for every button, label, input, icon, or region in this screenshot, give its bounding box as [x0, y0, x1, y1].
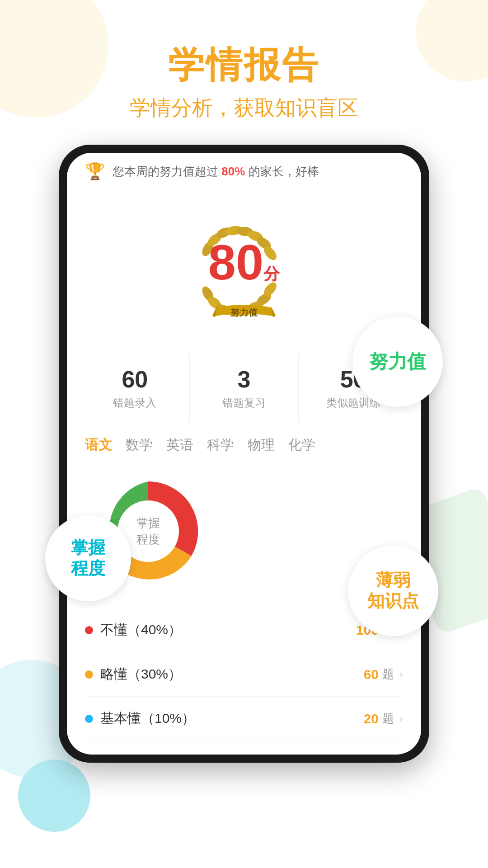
legend-unit-luedong: 题	[382, 666, 394, 682]
donut-center-text: 掌握程度	[136, 515, 160, 548]
subject-tab-shuxue[interactable]: 数学	[126, 436, 153, 454]
float-badge-nuli-text: 努力值	[369, 350, 426, 373]
stat-item-cuoti-ruru: 60 错题录入	[80, 353, 190, 423]
trophy-icon: 🏆	[85, 162, 105, 181]
wreath-container: 努力值 80分	[172, 199, 316, 335]
score-display: 80分	[208, 237, 280, 287]
subject-tab-yuwen[interactable]: 语文	[85, 436, 112, 454]
subject-tab-kexue[interactable]: 科学	[207, 436, 234, 454]
subject-tab-wuli[interactable]: 物理	[248, 436, 275, 454]
legend-item-jibendon[interactable]: 基本懂（10%） 20 题 ›	[85, 697, 403, 741]
score-unit: 分	[263, 264, 280, 283]
page-subtitle: 学情分析，获取知识盲区	[0, 94, 488, 122]
legend-dot-jibendong	[85, 715, 93, 723]
legend-right-luedong: 60 题 ›	[364, 666, 403, 682]
legend-item-luedong[interactable]: 略懂（30%） 60 题 ›	[85, 652, 403, 697]
legend-left-jibendong: 基本懂（10%）	[85, 709, 195, 728]
bg-decoration-bottom-left2	[18, 760, 90, 832]
stat-number-1: 3	[194, 366, 294, 393]
notification-bar: 🏆 您本周的努力值超过 80% 的家长，好棒	[67, 153, 421, 185]
float-badge-nuli: 努力值	[352, 316, 443, 407]
legend-dot-budong	[85, 626, 93, 634]
notification-highlight: 80%	[221, 165, 245, 178]
subject-tab-huaxue[interactable]: 化学	[288, 436, 315, 454]
score-number: 80	[208, 234, 263, 290]
legend-arrow-jibendong: ›	[399, 712, 403, 725]
phone-frame: 🏆 您本周的努力值超过 80% 的家长，好棒	[59, 145, 429, 763]
legend-right-jibendong: 20 题 ›	[364, 711, 403, 726]
float-badge-zhangwo-text: 掌握程度	[71, 538, 105, 579]
float-badge-ruodian: 薄弱知识点	[348, 546, 438, 636]
stat-item-cuoti-fuxi: 3 错题复习	[190, 353, 299, 423]
phone-screen: 🏆 您本周的努力值超过 80% 的家长，好棒	[67, 153, 421, 755]
legend-arrow-luedong: ›	[399, 668, 403, 681]
subject-tab-yingyu[interactable]: 英语	[166, 436, 193, 454]
stat-label-1: 错题复习	[194, 396, 294, 410]
legend-text-budong: 不懂（40%）	[100, 621, 182, 639]
legend-count-luedong: 60	[364, 667, 379, 682]
legend-text-jibendong: 基本懂（10%）	[100, 709, 195, 728]
stat-number-0: 60	[85, 366, 185, 393]
page-title: 学情报告	[0, 45, 488, 85]
notification-text: 您本周的努力值超过 80% 的家长，好棒	[113, 164, 319, 179]
legend-dot-luedong	[85, 670, 93, 679]
legend-unit-jibendong: 题	[382, 711, 394, 726]
subject-tabs: 语文 数学 英语 科学 物理 化学	[67, 423, 421, 459]
legend-text-luedong: 略懂（30%）	[100, 665, 182, 684]
legend-left-budong: 不懂（40%）	[85, 621, 182, 639]
legend-count-jibendong: 20	[364, 711, 379, 726]
svg-text:努力值: 努力值	[230, 307, 258, 317]
header: 学情报告 学情分析，获取知识盲区	[0, 0, 488, 136]
stat-label-0: 错题录入	[85, 396, 185, 410]
phone-mockup-container: 努力值 掌握程度 薄弱知识点 🏆 您本周的努力值超过 80% 的家长，好棒	[59, 145, 429, 763]
float-badge-zhangwo: 掌握程度	[45, 515, 131, 601]
legend-left-luedong: 略懂（30%）	[85, 665, 182, 684]
float-badge-ruodian-text: 薄弱知识点	[367, 570, 419, 611]
legend-section: 不懂（40%） 100 题 › 略懂（30%） 60 题	[67, 608, 421, 755]
